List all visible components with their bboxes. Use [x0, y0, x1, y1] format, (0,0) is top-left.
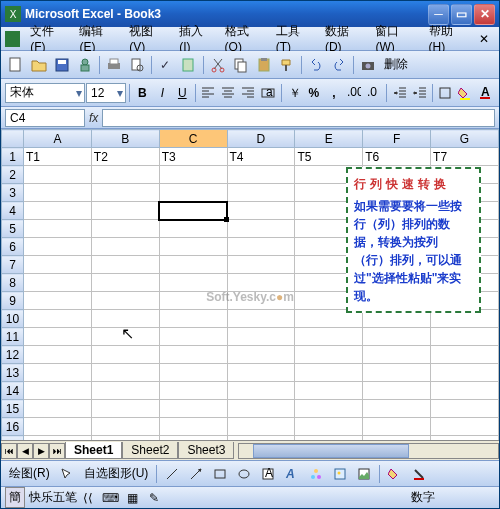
tab-first-icon[interactable]: ⏮: [1, 443, 17, 459]
col-header-C[interactable]: C: [159, 130, 227, 148]
font-name-select[interactable]: 宋体: [5, 83, 85, 103]
row-header[interactable]: 16: [2, 418, 24, 436]
active-cell[interactable]: [159, 202, 227, 220]
increase-indent-icon[interactable]: [410, 82, 429, 104]
fx-icon[interactable]: fx: [89, 111, 98, 125]
cell[interactable]: [431, 382, 499, 400]
row-header[interactable]: 5: [2, 220, 24, 238]
cell[interactable]: [91, 418, 159, 436]
cell[interactable]: [24, 364, 92, 382]
cell[interactable]: [295, 418, 363, 436]
ime-indicator[interactable]: 簡: [5, 487, 25, 508]
font-color-icon[interactable]: A: [476, 82, 495, 104]
cell[interactable]: [227, 436, 295, 441]
percent-icon[interactable]: %: [304, 82, 323, 104]
row-header[interactable]: 13: [2, 364, 24, 382]
cell[interactable]: [91, 346, 159, 364]
cell[interactable]: [159, 400, 227, 418]
align-center-icon[interactable]: [219, 82, 238, 104]
sheet-tab-2[interactable]: Sheet2: [122, 442, 178, 459]
cell[interactable]: T3: [159, 148, 227, 166]
cell[interactable]: T1: [24, 148, 92, 166]
open-icon[interactable]: [28, 54, 50, 76]
cell[interactable]: [159, 328, 227, 346]
underline-button[interactable]: U: [173, 82, 192, 104]
cell[interactable]: [363, 328, 431, 346]
wordart-icon[interactable]: A: [281, 463, 303, 485]
cell[interactable]: [227, 256, 295, 274]
cell[interactable]: [227, 328, 295, 346]
cell[interactable]: [363, 346, 431, 364]
cell[interactable]: [91, 220, 159, 238]
row-header[interactable]: 6: [2, 238, 24, 256]
clipart-icon[interactable]: [329, 463, 351, 485]
research-icon[interactable]: [178, 54, 200, 76]
cell[interactable]: [431, 436, 499, 441]
sheet-tab-3[interactable]: Sheet3: [178, 442, 234, 459]
cell[interactable]: [159, 346, 227, 364]
cell[interactable]: [227, 364, 295, 382]
cell[interactable]: [227, 202, 295, 220]
cell[interactable]: [431, 400, 499, 418]
autoshapes-menu[interactable]: 自选图形(U): [80, 465, 153, 482]
cell[interactable]: [227, 184, 295, 202]
row-header[interactable]: 11: [2, 328, 24, 346]
rectangle-icon[interactable]: [209, 463, 231, 485]
copy-icon[interactable]: [230, 54, 252, 76]
col-header-E[interactable]: E: [295, 130, 363, 148]
mdi-close-icon[interactable]: ✕: [473, 30, 495, 48]
arrow-icon[interactable]: [185, 463, 207, 485]
cell[interactable]: [159, 436, 227, 441]
cell[interactable]: T6: [363, 148, 431, 166]
cell[interactable]: [91, 382, 159, 400]
cut-icon[interactable]: [207, 54, 229, 76]
grid-container[interactable]: A B C D E F G 1 T1 T2 T3 T4 T5 T6 T7 2: [1, 129, 499, 440]
row-header[interactable]: 10: [2, 310, 24, 328]
cell[interactable]: [159, 418, 227, 436]
row-header[interactable]: 17: [2, 436, 24, 441]
tab-last-icon[interactable]: ⏭: [49, 443, 65, 459]
cell[interactable]: [159, 364, 227, 382]
diagram-icon[interactable]: [305, 463, 327, 485]
cell[interactable]: [159, 166, 227, 184]
cell[interactable]: T2: [91, 148, 159, 166]
col-header-B[interactable]: B: [91, 130, 159, 148]
cell[interactable]: T4: [227, 148, 295, 166]
textbox-icon[interactable]: A: [257, 463, 279, 485]
currency-icon[interactable]: ￥: [284, 82, 303, 104]
new-icon[interactable]: [5, 54, 27, 76]
tab-prev-icon[interactable]: ◀: [17, 443, 33, 459]
sheet-tab-1[interactable]: Sheet1: [65, 442, 122, 459]
italic-button[interactable]: I: [153, 82, 172, 104]
row-header[interactable]: 12: [2, 346, 24, 364]
cell[interactable]: [227, 382, 295, 400]
oval-icon[interactable]: [233, 463, 255, 485]
row-header[interactable]: 4: [2, 202, 24, 220]
cell[interactable]: [159, 238, 227, 256]
select-all-corner[interactable]: [2, 130, 24, 148]
scroll-thumb[interactable]: [253, 444, 408, 458]
cell[interactable]: [431, 328, 499, 346]
col-header-A[interactable]: A: [24, 130, 92, 148]
cell[interactable]: [91, 238, 159, 256]
cell[interactable]: [159, 220, 227, 238]
cell[interactable]: [227, 310, 295, 328]
cell[interactable]: [227, 220, 295, 238]
cell[interactable]: [159, 256, 227, 274]
ime-tool-icon[interactable]: ⌨: [99, 487, 121, 509]
cell[interactable]: [24, 220, 92, 238]
undo-icon[interactable]: [305, 54, 327, 76]
cell[interactable]: [227, 238, 295, 256]
cell[interactable]: T7: [431, 148, 499, 166]
horizontal-scrollbar[interactable]: [238, 443, 499, 459]
col-header-F[interactable]: F: [363, 130, 431, 148]
cell[interactable]: [91, 184, 159, 202]
ime-tool3-icon[interactable]: ✎: [143, 487, 165, 509]
drawing-menu[interactable]: 绘图(R): [5, 465, 54, 482]
bold-button[interactable]: B: [133, 82, 152, 104]
font-size-select[interactable]: 12: [86, 83, 126, 103]
formula-input[interactable]: [102, 109, 495, 127]
cell[interactable]: [227, 274, 295, 292]
cell[interactable]: [24, 328, 92, 346]
redo-icon[interactable]: [328, 54, 350, 76]
